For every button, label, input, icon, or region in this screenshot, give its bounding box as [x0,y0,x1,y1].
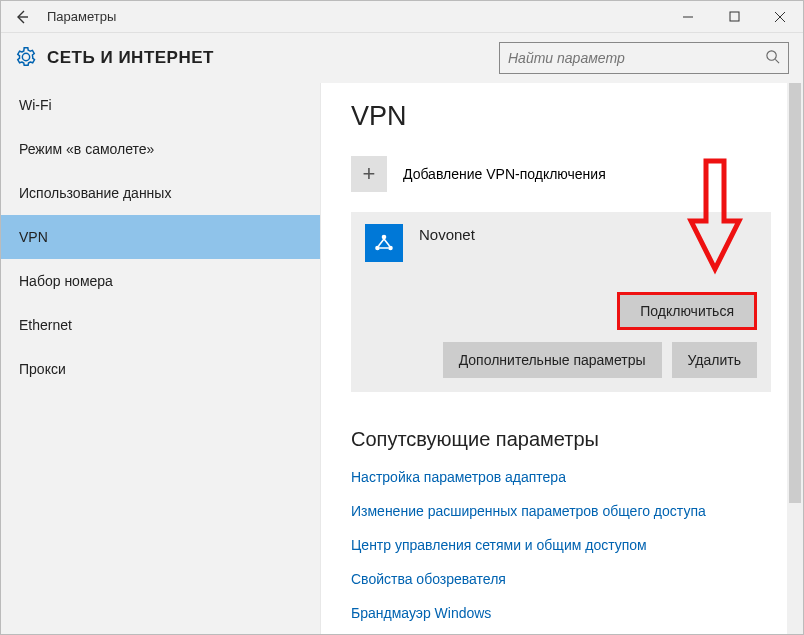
vpn-connection-name: Novonet [419,224,475,243]
svg-rect-0 [730,12,739,21]
vpn-connection-card: Novonet Подключиться Дополнительные пара… [351,212,771,392]
advanced-options-button[interactable]: Дополнительные параметры [443,342,662,378]
gear-icon [15,46,37,71]
related-heading: Сопутсвующие параметры [351,428,803,451]
page-category-title: СЕТЬ И ИНТЕРНЕТ [47,48,499,68]
titlebar: Параметры [1,1,803,33]
sidebar-item-wifi[interactable]: Wi-Fi [1,83,320,127]
main-panel: VPN + Добавление VPN-подключения Novonet… [321,83,803,634]
link-adapter-settings[interactable]: Настройка параметров адаптера [351,469,803,485]
search-input[interactable] [508,50,765,66]
sidebar-item-vpn[interactable]: VPN [1,215,320,259]
sidebar-item-airplane[interactable]: Режим «в самолете» [1,127,320,171]
add-vpn-label: Добавление VPN-подключения [403,166,606,182]
add-vpn-row[interactable]: + Добавление VPN-подключения [351,156,803,192]
scrollbar-thumb[interactable] [789,83,801,503]
plus-icon: + [351,156,387,192]
sidebar-item-data-usage[interactable]: Использование данных [1,171,320,215]
svg-point-1 [767,51,776,60]
sidebar-item-dialup[interactable]: Набор номера [1,259,320,303]
page-title: VPN [351,101,803,132]
header: СЕТЬ И ИНТЕРНЕТ [1,33,803,83]
vpn-connection-header[interactable]: Novonet [365,224,757,262]
connect-button[interactable]: Подключиться [617,292,757,330]
window-title: Параметры [43,9,665,24]
maximize-button[interactable] [711,1,757,33]
search-icon [765,49,780,67]
scrollbar[interactable] [787,83,803,634]
back-button[interactable] [1,1,43,33]
link-firewall[interactable]: Брандмауэр Windows [351,605,803,621]
link-sharing-settings[interactable]: Изменение расширенных параметров общего … [351,503,803,519]
sidebar-item-ethernet[interactable]: Ethernet [1,303,320,347]
related-settings: Сопутсвующие параметры Настройка парамет… [351,428,803,621]
minimize-button[interactable] [665,1,711,33]
link-browser-properties[interactable]: Свойства обозревателя [351,571,803,587]
close-button[interactable] [757,1,803,33]
sidebar: Wi-Fi Режим «в самолете» Использование д… [1,83,321,634]
sidebar-item-proxy[interactable]: Прокси [1,347,320,391]
delete-button[interactable]: Удалить [672,342,757,378]
link-network-center[interactable]: Центр управления сетями и общим доступом [351,537,803,553]
vpn-icon [365,224,403,262]
search-box[interactable] [499,42,789,74]
svg-point-2 [382,235,387,240]
